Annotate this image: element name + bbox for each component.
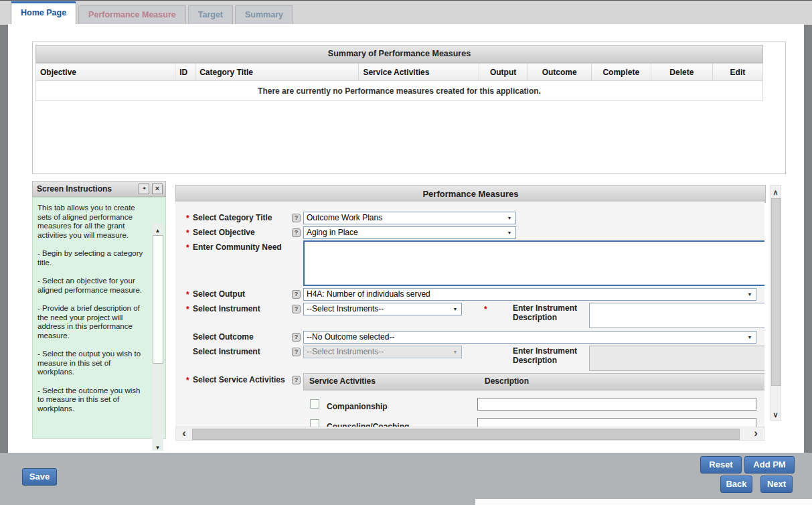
required-marker: * (186, 290, 189, 299)
community-need-textarea[interactable] (303, 240, 764, 286)
column-header-output: Output (479, 64, 527, 81)
instruction-paragraph: - Select the output you wish to measure … (37, 350, 143, 377)
column-header-complete: Complete (591, 64, 651, 81)
vertical-scroll-thumb[interactable] (771, 198, 781, 386)
tab-performance-measure[interactable]: Performance Measure (78, 5, 186, 25)
column-header-edit: Edit (712, 64, 762, 81)
help-icon[interactable] (292, 333, 301, 342)
instruction-paragraph: - Select an objective for your aligned p… (37, 277, 143, 295)
page-content: Summary of Performance Measures Objectiv… (8, 24, 804, 453)
scroll-down-icon[interactable] (770, 408, 781, 420)
instrument2-description-label: Enter Instrument Description (513, 346, 582, 365)
reset-button[interactable]: Reset (700, 456, 742, 474)
instrument2-label: Select Instrument (193, 347, 260, 356)
companionship-checkbox[interactable] (310, 399, 319, 409)
form-vertical-scrollbar[interactable] (770, 185, 781, 421)
category-title-label: Select Category Title (193, 213, 272, 222)
required-marker: * (186, 376, 189, 385)
instruction-paragraph: - Provide a brief description of the nee… (37, 304, 143, 340)
bottom-action-bar (0, 453, 812, 505)
required-marker: * (186, 228, 189, 238)
tab-target[interactable]: Target (188, 5, 233, 25)
instrument2-description-textarea (589, 346, 764, 371)
service-activities-label: Select Service Activities (193, 375, 285, 384)
close-icon[interactable] (152, 184, 163, 194)
screen-instructions-panel: Screen Instructions This tab allows you … (32, 181, 166, 439)
required-marker: * (186, 243, 189, 252)
output-label: Select Output (193, 289, 245, 299)
summary-table: Objective ID Category Title Service Acti… (35, 63, 763, 101)
objective-select[interactable]: Aging in Place (303, 226, 516, 239)
help-icon[interactable] (292, 228, 301, 237)
horizontal-scroll-thumb[interactable] (192, 429, 740, 440)
screen-instructions-header: Screen Instructions (32, 181, 166, 197)
community-need-label: Enter Community Need (193, 242, 282, 252)
column-header-outcome: Outcome (527, 64, 591, 81)
screen-instructions-title: Screen Instructions (37, 184, 136, 194)
counseling-coaching-label: Counseling/Coaching (327, 422, 409, 427)
column-header-objective: Objective (36, 64, 175, 81)
help-icon[interactable] (292, 290, 301, 299)
tab-strip: Home Page Performance Measure Target Sum… (11, 1, 293, 25)
column-header-id: ID (175, 64, 195, 81)
collapse-icon[interactable] (139, 184, 149, 194)
application-window: Home Page Performance Measure Target Sum… (0, 0, 812, 505)
companionship-label: Companionship (327, 402, 388, 411)
help-icon[interactable] (292, 348, 301, 356)
summary-header-row: Objective ID Category Title Service Acti… (36, 64, 763, 81)
companionship-description-input[interactable] (477, 398, 756, 411)
service-activities-table-header: Service Activities Description (303, 373, 764, 390)
column-header-delete: Delete (651, 64, 712, 81)
form-title: Performance Measures (175, 185, 766, 203)
instrument1-label: Select Instrument (193, 304, 260, 313)
add-pm-button[interactable]: Add PM (744, 456, 795, 474)
instrument1-select[interactable]: --Select Instruments-- (303, 303, 462, 315)
outcome-label: Select Outcome (193, 332, 254, 342)
tab-bar: Home Page Performance Measure Target Sum… (0, 0, 812, 25)
instructions-scrollbar[interactable] (152, 223, 163, 451)
required-marker: * (186, 305, 189, 314)
summary-section: Summary of Performance Measures Objectiv… (32, 42, 786, 174)
next-button[interactable]: Next (760, 476, 793, 493)
tab-summary[interactable]: Summary (235, 5, 293, 25)
instrument1-description-label: Enter Instrument Description (513, 303, 582, 322)
screen-instructions-text: This tab allows you to create sets of al… (37, 204, 143, 423)
empty-message: There are currently no Performance measu… (36, 81, 763, 101)
counseling-coaching-checkbox[interactable] (310, 419, 319, 427)
objective-label: Select Objective (193, 228, 255, 237)
performance-measures-form: * Select Category Title Outcome Work Pla… (175, 202, 764, 427)
required-marker: * (186, 214, 189, 223)
instructions-scroll-down-icon[interactable] (152, 440, 163, 451)
instrument1-description-textarea[interactable] (589, 303, 764, 328)
output-select[interactable]: H4A: Number of individuals served (303, 288, 756, 301)
help-icon[interactable] (292, 305, 301, 313)
scroll-right-icon[interactable] (749, 427, 762, 440)
instruction-paragraph: - Begin by selecting a category title. (37, 249, 143, 267)
instructions-scroll-thumb[interactable] (153, 235, 163, 364)
required-marker: * (484, 305, 487, 314)
instructions-scroll-up-icon[interactable] (152, 223, 163, 234)
description-column-header: Description (485, 376, 529, 386)
help-icon[interactable] (292, 214, 301, 222)
scroll-left-icon[interactable] (177, 427, 191, 440)
summary-title: Summary of Performance Measures (35, 45, 763, 63)
column-header-service-activities: Service Activities (359, 64, 479, 81)
instruction-paragraph: - Select the outcome you wish to measure… (37, 386, 143, 414)
instruction-paragraph: This tab allows you to create sets of al… (37, 204, 143, 240)
back-button[interactable]: Back (720, 476, 752, 493)
summary-empty-row: There are currently no Performance measu… (36, 81, 763, 101)
save-button[interactable]: Save (22, 468, 57, 486)
form-horizontal-scrollbar[interactable] (175, 427, 764, 441)
bottom-filler (475, 499, 812, 505)
screen-instructions-body: This tab allows you to create sets of al… (32, 197, 166, 439)
scroll-up-icon[interactable] (770, 186, 781, 198)
tab-home-page[interactable]: Home Page (11, 1, 76, 25)
help-icon[interactable] (292, 376, 301, 384)
instrument2-select: --Select Instruments-- (303, 346, 462, 358)
service-activities-column-header: Service Activities (309, 376, 376, 386)
outcome-select[interactable]: --No Outcome selected-- (303, 331, 756, 344)
column-header-category-title: Category Title (195, 64, 359, 81)
counseling-coaching-description-input[interactable] (477, 418, 756, 427)
category-title-select[interactable]: Outcome Work Plans (303, 212, 516, 224)
